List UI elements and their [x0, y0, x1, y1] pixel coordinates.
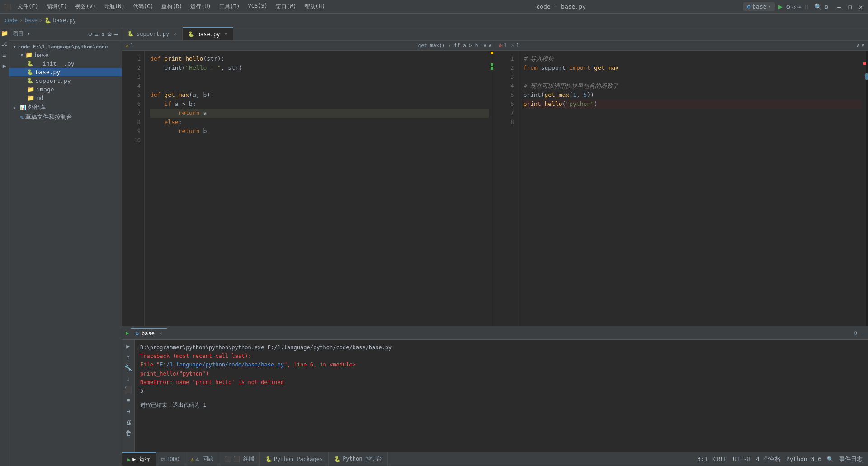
tab-support-py[interactable]: 🐍 support.py ✕ — [122, 27, 183, 40]
status-event-log[interactable]: 事件日志 — [839, 455, 863, 463]
bottom-tab-py-packages[interactable]: 🐍 Python Packages — [260, 452, 329, 466]
git-icon[interactable]: ⎇ — [0, 40, 9, 48]
folder-icon[interactable]: 📁 — [0, 29, 9, 37]
sidebar-icon1[interactable]: ⊕ — [88, 30, 92, 38]
sidebar-collapse-icon[interactable]: — — [114, 30, 118, 38]
more-run-btn[interactable]: ⋯ — [797, 3, 801, 10]
run-up-icon[interactable]: ↑ — [126, 353, 130, 361]
right-side: 🐍 support.py ✕ 🐍 base.py ✕ ⚠ — [122, 27, 868, 466]
search-status-icon[interactable]: 🔍 — [827, 456, 834, 462]
tree-ext-libs[interactable]: ▸ 📊 外部库 — [9, 102, 122, 112]
status-right: 3:1 CRLF UTF-8 4 个空格 Python 3.6 🔍 事件日志 — [697, 455, 868, 463]
bottom-tab-run[interactable]: ▶ ▶ 运行 — [122, 452, 156, 466]
menu-tools[interactable]: 工具(T) — [216, 2, 244, 11]
pause-button[interactable]: ⏸ — [803, 3, 810, 10]
run-tab-close[interactable]: ✕ — [159, 330, 162, 336]
run-panel-content: D:\programmer\python\python\python.exe E… — [135, 340, 868, 452]
status-indent[interactable]: 4 个空格 — [756, 455, 781, 463]
run-collapse-icon[interactable]: — — [861, 329, 864, 336]
menu-vcs[interactable]: VCS(S) — [245, 2, 271, 11]
breadcrumb-base[interactable]: base — [24, 17, 38, 24]
run-stop-icon[interactable]: ⬛ — [124, 386, 132, 393]
menu-help[interactable]: 帮助(H) — [301, 2, 329, 11]
menu-nav[interactable]: 导航(N) — [100, 2, 128, 11]
left-toolbar: 📁 ⎇ ≡ ▶ — [0, 27, 9, 466]
tree-image-folder[interactable]: 📁 image — [9, 85, 122, 94]
status-line-ending[interactable]: CRLF — [713, 456, 727, 462]
right-scroll-thumb — [865, 73, 868, 80]
right-code-pane: ⊘ 1 ⚠ 1 ∧ ∨ 1 2 3 4 — [495, 41, 868, 326]
status-position[interactable]: 3:1 — [697, 456, 708, 462]
menu-refactor[interactable]: 重构(R) — [158, 2, 186, 11]
sidebar-settings-icon[interactable]: ⚙ — [108, 30, 111, 38]
run-layers-icon[interactable]: ⊟ — [126, 408, 130, 415]
menu-run[interactable]: 运行(U) — [187, 2, 215, 11]
tree-init-file[interactable]: 🐍 __init__.py — [9, 59, 122, 68]
right-code-body[interactable]: 1 2 3 4 5 6 7 8 — [495, 51, 868, 326]
debug-button[interactable]: ⚙ — [786, 3, 790, 10]
run-button[interactable]: ▶ — [778, 2, 783, 11]
run-down-icon[interactable]: ↓ — [126, 375, 130, 382]
bottom-tab-problems[interactable]: ⚠ ⚠ 问题 — [185, 452, 219, 466]
left-code-body[interactable]: 1 2 3 4 5 6 7 8 9 10 — [122, 51, 495, 326]
run-call-line: print_hello("python") — [140, 370, 863, 378]
right-code-line-3 — [524, 72, 862, 81]
run-tab-base[interactable]: ⚙ base ✕ — [131, 328, 167, 338]
bottom-tab-todo[interactable]: ☑ TODO — [156, 452, 185, 466]
bottom-tab-terminal[interactable]: ⬛ ⬛ 终端 — [219, 452, 260, 466]
support-tab-close[interactable]: ✕ — [174, 31, 177, 37]
breadcrumb-filename: base.py — [53, 17, 76, 24]
bottom-tabs-bar: ▶ ▶ 运行 ☑ TODO ⚠ ⚠ 问题 ⬛ ⬛ 终端 🐍 Python — [122, 452, 868, 466]
tree-scratch-files[interactable]: ✎ 草稿文件和控制台 — [9, 112, 122, 122]
run-play-icon[interactable]: ▶ — [126, 342, 130, 350]
rerun-button[interactable]: ↺ — [792, 3, 796, 10]
expand-btn[interactable]: ∨ — [488, 43, 491, 48]
menu-view[interactable]: 视图(V) — [71, 2, 99, 11]
left-code-content[interactable]: def print_hello(str): print("Hello : ", … — [145, 51, 489, 326]
vcs-icon[interactable]: ≡ — [0, 51, 9, 59]
run-print-icon[interactable]: 🖨 — [125, 418, 132, 426]
sidebar-icon3[interactable]: ↕ — [101, 30, 105, 38]
right-collapse-btn[interactable]: ∧ — [857, 43, 860, 48]
maximize-button[interactable]: ❐ — [846, 3, 854, 10]
run-config-btn[interactable]: ⚙ base ▾ — [743, 2, 774, 11]
tree-base-folder[interactable]: ▾ 📁 base — [9, 51, 122, 59]
bottom-tab-py-console[interactable]: 🐍 Python 控制台 — [329, 452, 388, 466]
code-line-6: if a > b: — [150, 100, 489, 109]
status-encoding[interactable]: UTF-8 — [733, 456, 750, 462]
base-file-icon: 🐍 — [27, 69, 33, 75]
menu-file[interactable]: 文件(F) — [14, 2, 42, 11]
menu-edit[interactable]: 编辑(E) — [43, 2, 71, 11]
menu-window[interactable]: 窗口(W) — [272, 2, 300, 11]
base-tab-close[interactable]: ✕ — [224, 31, 227, 37]
run-debug-icon[interactable]: ▶ — [0, 62, 9, 70]
tree-support-file[interactable]: 🐍 support.py — [9, 76, 122, 85]
settings-icon[interactable]: ⚙ — [825, 3, 828, 10]
right-code-breadcrumb: ⊘ 1 ⚠ 1 ∧ ∨ — [495, 41, 868, 51]
tree-root[interactable]: ▾ code E:\1.language\python\code — [9, 43, 122, 51]
tab-base-py[interactable]: 🐍 base.py ✕ — [183, 27, 233, 40]
run-settings-icon[interactable]: ⚙ — [854, 329, 857, 336]
right-code-content[interactable]: # 导入模块 from support import get_max — [518, 51, 862, 326]
tree-md-folder[interactable]: 📁 md — [9, 94, 122, 102]
tree-base-file[interactable]: 🐍 base.py — [9, 68, 122, 76]
run-wrench-icon[interactable]: 🔧 — [124, 364, 132, 371]
search-icon[interactable]: 🔍 — [814, 3, 822, 10]
collapse-btn[interactable]: ∧ — [483, 43, 486, 48]
problems-tab-icon: ⚠ — [191, 456, 194, 462]
right-expand-btn[interactable]: ∨ — [861, 43, 864, 48]
run-panel: ▶ ⚙ base ✕ ⚙ — ▶ ↑ � — [122, 326, 868, 452]
minimize-button[interactable]: — — [835, 3, 843, 10]
menu-code[interactable]: 代码(C) — [129, 2, 157, 11]
run-trash-icon[interactable]: 🗑 — [125, 429, 132, 437]
run-base-icon: ⚙ — [136, 330, 139, 337]
run-lines-icon[interactable]: ≡ — [126, 397, 130, 404]
base-folder-chevron-icon: ▾ — [20, 52, 24, 58]
close-button[interactable]: ✕ — [857, 3, 864, 10]
terminal-tab-icon: ⬛ — [225, 456, 231, 462]
run-file-link[interactable]: E:/1.language/python/code/base/base.py — [160, 361, 284, 368]
status-python-version[interactable]: Python 3.6 — [786, 456, 821, 462]
py-packages-text: Python Packages — [274, 456, 323, 462]
sidebar-icon2[interactable]: ≡ — [94, 30, 98, 38]
breadcrumb-code[interactable]: code — [5, 17, 18, 24]
